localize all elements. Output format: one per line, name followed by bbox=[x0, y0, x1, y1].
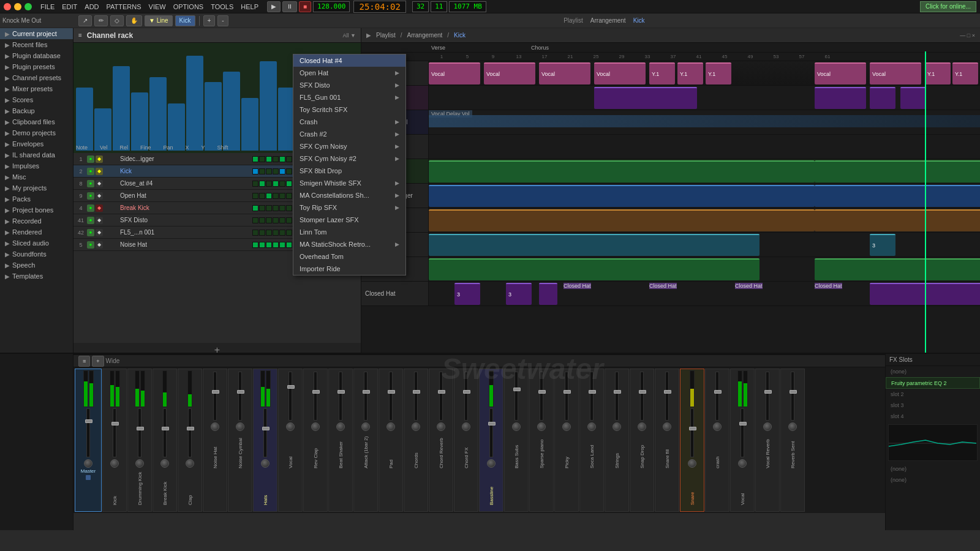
channel-mute-btn[interactable]: ◆ bbox=[96, 229, 103, 236]
sidebar-item-plugin-presets[interactable]: ▶ Plugin presets bbox=[0, 61, 73, 72]
mixer-channel[interactable]: Sparse piano bbox=[529, 369, 554, 512]
sidebar-item-channel-presets[interactable]: ▶ Channel presets bbox=[0, 72, 73, 83]
fader-thumb[interactable] bbox=[337, 390, 345, 394]
clip-kick[interactable] bbox=[815, 160, 980, 182]
fader-thumb[interactable] bbox=[764, 390, 772, 394]
vol-display[interactable]: 11 bbox=[431, 1, 447, 12]
pattern-bar[interactable] bbox=[131, 92, 148, 151]
pan-knob[interactable] bbox=[612, 422, 621, 431]
pan-knob[interactable] bbox=[236, 422, 244, 431]
mixer-channel[interactable]: Vocal bbox=[730, 369, 755, 512]
channel-mute-btn[interactable]: ◆ bbox=[96, 204, 103, 212]
zoom-out[interactable]: - bbox=[217, 15, 228, 26]
pan-knob[interactable] bbox=[638, 422, 646, 431]
pan-knob[interactable] bbox=[788, 422, 797, 431]
bpm-display[interactable]: 128.000 bbox=[313, 1, 350, 12]
maximize-button[interactable] bbox=[24, 3, 32, 10]
dd-item-sfx-disto[interactable]: SFX Disto ▶ bbox=[293, 79, 405, 91]
pattern-bar[interactable] bbox=[149, 77, 167, 151]
sidebar-item-recorded[interactable]: ▶ Recorded bbox=[0, 216, 73, 227]
mixer-channel[interactable]: Strings bbox=[605, 369, 629, 512]
tab-kick[interactable]: Kick bbox=[633, 17, 645, 24]
sidebar-item-il-shared-data[interactable]: ▶ IL shared data bbox=[0, 149, 73, 160]
mixer-channel[interactable]: Snap Drop bbox=[630, 369, 654, 512]
pan-knob[interactable] bbox=[311, 422, 320, 431]
channel-selector[interactable]: ▼ Line bbox=[145, 15, 173, 26]
channel-active-btn[interactable]: ● bbox=[87, 241, 94, 249]
channel-active-btn[interactable]: ● bbox=[87, 192, 94, 200]
fader-thumb[interactable] bbox=[262, 427, 270, 430]
fader-thumb[interactable] bbox=[790, 390, 797, 394]
pan-knob[interactable] bbox=[487, 459, 496, 468]
clip-closed-hat[interactable] bbox=[539, 283, 557, 305]
send-button[interactable] bbox=[86, 475, 91, 480]
sidebar-item-scores[interactable]: ▶ Scores bbox=[0, 94, 73, 105]
pan-knob[interactable] bbox=[437, 422, 445, 431]
clip-closed-hat[interactable]: 3 bbox=[506, 283, 532, 305]
pan-knob[interactable] bbox=[738, 459, 747, 468]
channel-mute-btn[interactable]: ◆ bbox=[96, 241, 103, 249]
clip-kick[interactable] bbox=[429, 160, 815, 182]
rp-eq2[interactable]: Fruity parametric EQ 2 bbox=[886, 377, 980, 389]
tool-pan[interactable]: ✋ bbox=[126, 15, 142, 26]
fader-thumb[interactable] bbox=[388, 390, 395, 394]
clip-vocal-dist[interactable] bbox=[870, 87, 895, 109]
pattern-bar[interactable] bbox=[186, 56, 203, 151]
fader-thumb[interactable] bbox=[237, 390, 244, 394]
pan-knob[interactable] bbox=[261, 459, 270, 468]
sidebar-item-mixer-presets[interactable]: ▶ Mixer presets bbox=[0, 83, 73, 94]
sidebar-item-misc[interactable]: ▶ Misc bbox=[0, 171, 73, 182]
clip-vocal[interactable]: Vocal bbox=[594, 62, 646, 84]
tool-erase[interactable]: ◇ bbox=[110, 15, 124, 26]
channel-active-btn[interactable]: ● bbox=[87, 229, 94, 236]
fader-thumb[interactable] bbox=[488, 422, 496, 425]
pause-button[interactable]: ⏸ bbox=[282, 1, 297, 12]
fader-thumb[interactable] bbox=[162, 427, 169, 430]
pan-knob[interactable] bbox=[587, 422, 596, 431]
mixer-channel[interactable]: Chords bbox=[404, 369, 428, 512]
pattern-bar[interactable] bbox=[205, 82, 222, 151]
close-button[interactable] bbox=[4, 3, 11, 10]
mixer-channel[interactable]: Break Kick bbox=[153, 369, 177, 512]
clip-vocal[interactable]: Y.1 bbox=[706, 62, 731, 84]
tool-draw[interactable]: ✏ bbox=[94, 15, 108, 26]
menu-help[interactable]: HELP bbox=[241, 3, 258, 10]
dd-item-closed-hat[interactable]: Closed Hat #4 bbox=[293, 54, 405, 67]
sidebar-item-current-project[interactable]: ▶ Current project bbox=[0, 28, 73, 39]
tool-select[interactable]: ↗ bbox=[78, 15, 92, 26]
pan-knob[interactable] bbox=[512, 422, 521, 431]
dd-item-overhead-tom[interactable]: Overhead Tom bbox=[293, 250, 405, 263]
menu-bar[interactable]: FILE EDIT ADD PATTERNS VIEW OPTIONS TOOL… bbox=[40, 3, 258, 10]
sidebar-item-packs[interactable]: ▶ Packs bbox=[0, 193, 73, 204]
sidebar-item-my-projects[interactable]: ▶ My projects bbox=[0, 182, 73, 193]
minimize-button[interactable] bbox=[14, 3, 21, 10]
mixer-add-btn[interactable]: + bbox=[92, 356, 104, 367]
pan-knob[interactable] bbox=[688, 459, 696, 468]
clip-vocal[interactable]: Vocal bbox=[539, 62, 590, 84]
sidebar-item-recent-files[interactable]: ▶ Recent files bbox=[0, 39, 73, 50]
fader-thumb[interactable] bbox=[212, 390, 219, 394]
fader-thumb[interactable] bbox=[111, 422, 119, 425]
tab-arrangement[interactable]: Arrangement bbox=[590, 17, 626, 24]
mixer-channel[interactable]: Beat Shaker bbox=[328, 369, 353, 512]
mixer-channel[interactable]: Pad bbox=[379, 369, 403, 512]
dd-item-importer-ride[interactable]: Importer Ride bbox=[293, 263, 405, 275]
pan-knob[interactable] bbox=[361, 422, 370, 431]
pan-knob[interactable] bbox=[84, 459, 92, 468]
fader-thumb[interactable] bbox=[538, 390, 546, 394]
pan-knob[interactable] bbox=[713, 422, 722, 431]
clip-vocal[interactable]: Vocal bbox=[870, 62, 921, 84]
zoom-in[interactable]: + bbox=[203, 15, 216, 26]
pan-knob[interactable] bbox=[537, 422, 546, 431]
fader-thumb[interactable] bbox=[187, 427, 194, 430]
dd-item-fl5gun[interactable]: FL5_Gun 001 ▶ bbox=[293, 91, 405, 103]
clip-clap[interactable] bbox=[429, 209, 815, 231]
mixer-channel[interactable]: Noise Hat bbox=[203, 369, 227, 512]
fader-thumb[interactable] bbox=[513, 388, 521, 391]
clip-vocal[interactable]: Vocal bbox=[815, 62, 866, 84]
stop-button[interactable]: ■ bbox=[299, 1, 311, 12]
pan-knob[interactable] bbox=[336, 422, 345, 431]
pan-knob[interactable] bbox=[286, 422, 295, 431]
menu-view[interactable]: VIEW bbox=[149, 3, 166, 10]
mixer-channel[interactable]: Chord FX bbox=[454, 369, 478, 512]
